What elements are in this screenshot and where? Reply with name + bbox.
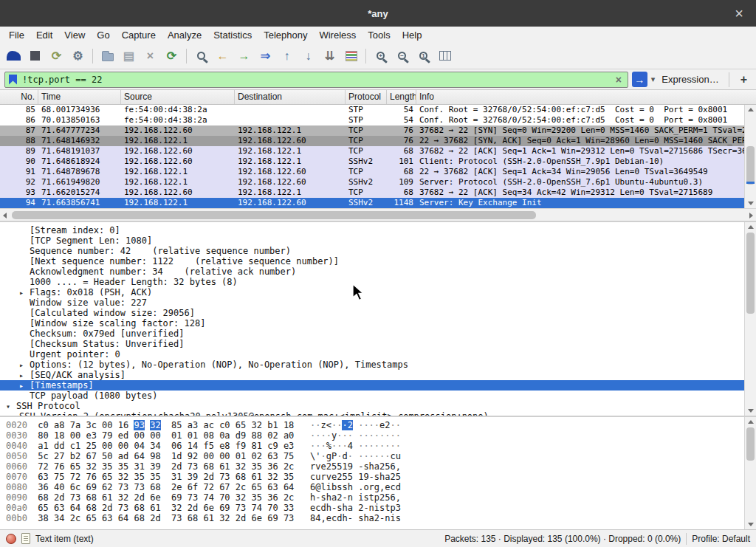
display-filter-input[interactable]: !tcp.port == 22 ×	[4, 72, 628, 88]
add-filter-button[interactable]: +	[736, 73, 752, 86]
column-header-destination[interactable]: Destination	[235, 90, 346, 104]
packet-list-hscroll-thumb[interactable]	[12, 211, 536, 219]
hex-scrollbar[interactable]	[744, 417, 756, 529]
detail-line[interactable]: TCP payload (1080 bytes)	[0, 391, 756, 401]
hex-row-00a0[interactable]: 00a0 65 63 64 68 2d 73 68 61 32 2d 6e 69…	[0, 503, 756, 513]
resize-columns-icon[interactable]	[435, 46, 455, 66]
hex-row-0090[interactable]: 0090 68 2d 73 68 61 32 2d 6e 69 73 74 70…	[0, 492, 756, 503]
detail-line[interactable]: SSH Version 2 (encryption:chacha20-poly1…	[0, 411, 756, 416]
collapse-arrow-icon[interactable]: ▾	[6, 402, 16, 411]
column-header-source[interactable]: Source	[121, 90, 235, 104]
hex-row-00b0[interactable]: 00b0 38 34 2c 65 63 64 68 2d 73 68 61 32…	[0, 513, 756, 523]
colorize-packets-icon[interactable]	[341, 46, 361, 66]
filter-clear-icon[interactable]: ×	[614, 74, 624, 86]
go-forward-icon[interactable]: →	[234, 46, 254, 66]
hex-row-0020[interactable]: 0020 c0 a8 7a 3c 00 16 93 32 85 a3 ac c0…	[0, 420, 756, 430]
detail-line[interactable]: ▸[SEQ/ACK analysis]	[0, 370, 756, 380]
packet-list-scrollbar[interactable]	[744, 105, 756, 208]
save-capture-file-icon[interactable]: ▤	[119, 46, 139, 66]
capture-comment-icon[interactable]	[21, 533, 30, 544]
menu-view[interactable]: View	[58, 30, 91, 41]
menu-tools[interactable]: Tools	[362, 30, 396, 41]
menu-telephony[interactable]: Telephony	[258, 30, 313, 41]
close-capture-file-icon[interactable]: ×	[140, 46, 160, 66]
auto-scroll-icon[interactable]: ⇊	[320, 46, 340, 66]
expert-info-icon[interactable]	[6, 534, 16, 544]
detail-line[interactable]: [Next sequence number: 1122 (relative se…	[0, 256, 756, 266]
menu-edit[interactable]: Edit	[30, 30, 58, 41]
restart-capture-icon[interactable]: ⟳	[47, 46, 66, 66]
scroll-down-icon[interactable]	[748, 409, 754, 413]
reload-capture-file-icon[interactable]: ⟳	[162, 46, 182, 66]
expand-arrow-icon[interactable]: ▸	[19, 381, 30, 391]
detail-line[interactable]: [TCP Segment Len: 1080]	[0, 235, 756, 246]
scroll-down-icon[interactable]	[748, 523, 754, 526]
packet-row-88[interactable]: 8871.648146932192.168.122.1192.168.122.6…	[0, 136, 756, 146]
scroll-right-icon[interactable]	[749, 213, 753, 219]
expand-arrow-icon[interactable]: ▸	[19, 288, 30, 297]
column-header-protocol[interactable]: Protocol	[346, 90, 387, 104]
filter-dropdown-icon[interactable]: ▾	[651, 75, 656, 84]
stop-capture-icon[interactable]	[25, 46, 45, 66]
packet-row-93[interactable]: 9371.662015274192.168.122.60192.168.122.…	[0, 188, 756, 198]
status-profile[interactable]: Profile: Default	[692, 534, 750, 544]
details-scrollbar[interactable]	[744, 222, 756, 416]
detail-line[interactable]: ▾SSH Protocol	[0, 401, 756, 411]
column-header-no[interactable]: No.	[0, 90, 38, 104]
menu-wireless[interactable]: Wireless	[313, 30, 362, 41]
hex-row-0080[interactable]: 0080 36 40 6c 69 62 73 73 68 2e 6f 72 67…	[0, 482, 756, 492]
find-packet-icon[interactable]	[191, 46, 211, 66]
titlebar[interactable]: *any ×	[0, 0, 756, 27]
details-scroll-thumb[interactable]	[746, 233, 755, 314]
detail-line[interactable]: [Window size scaling factor: 128]	[0, 318, 756, 328]
menu-file[interactable]: File	[3, 30, 30, 41]
menu-capture[interactable]: Capture	[116, 30, 162, 41]
menu-analyze[interactable]: Analyze	[162, 30, 207, 41]
packet-row-89[interactable]: 8971.648191037192.168.122.60192.168.122.…	[0, 146, 756, 156]
packet-list-hscrollbar[interactable]	[0, 208, 756, 221]
expand-arrow-icon[interactable]: ▸	[19, 371, 30, 380]
hex-row-0060[interactable]: 0060 72 76 65 32 35 35 31 39 2d 73 68 61…	[0, 461, 756, 472]
scroll-up-icon[interactable]	[748, 108, 754, 111]
filter-bookmark-icon[interactable]	[9, 75, 17, 85]
column-header-length[interactable]: Length	[387, 90, 416, 104]
detail-line[interactable]: Window size value: 227	[0, 297, 756, 308]
column-header-info[interactable]: Info	[416, 90, 756, 104]
column-header-time[interactable]: Time	[38, 90, 121, 104]
filter-text[interactable]: !tcp.port == 22	[22, 75, 614, 85]
detail-line[interactable]: Sequence number: 42 (relative sequence n…	[0, 246, 756, 256]
expand-arrow-icon[interactable]: ▸	[19, 360, 30, 370]
hex-scroll-thumb[interactable]	[746, 427, 755, 461]
open-capture-file-icon[interactable]	[97, 46, 117, 66]
detail-line[interactable]: ▸Flags: 0x018 (PSH, ACK)	[0, 287, 756, 297]
go-to-top-icon[interactable]: ↑	[277, 46, 297, 66]
packet-row-94[interactable]: 9471.663856741192.168.122.1192.168.122.6…	[0, 198, 756, 208]
expression-button[interactable]: Expression…	[659, 74, 721, 85]
capture-options-icon[interactable]: ⚙	[68, 46, 88, 66]
zoom-normal-icon[interactable]: 1	[413, 46, 433, 66]
detail-line[interactable]: [Calculated window size: 29056]	[0, 308, 756, 318]
packet-row-90[interactable]: 9071.648618924192.168.122.60192.168.122.…	[0, 156, 756, 167]
detail-line[interactable]: [Stream index: 0]	[0, 225, 756, 235]
detail-line[interactable]: ▸[Timestamps]	[0, 380, 756, 391]
start-capture-icon[interactable]	[4, 46, 24, 66]
hex-row-0040[interactable]: 0040 a1 dd c1 25 00 00 04 34 06 14 f5 e8…	[0, 441, 756, 451]
go-back-icon[interactable]: ←	[213, 46, 233, 66]
detail-line[interactable]: Acknowledgment number: 34 (relative ack …	[0, 266, 756, 277]
scroll-up-icon[interactable]	[748, 225, 754, 229]
packet-row-86[interactable]: 8670.013850163fe:54:00:d4:38:2aSTP54Conf…	[0, 115, 756, 125]
packet-list-scroll-thumb[interactable]	[746, 146, 755, 185]
detail-line[interactable]: 1000 .... = Header Length: 32 bytes (8)	[0, 277, 756, 287]
packet-row-85[interactable]: 8568.001734936fe:54:00:d4:38:2aSTP54Conf…	[0, 105, 756, 115]
scroll-up-icon[interactable]	[748, 420, 754, 424]
packet-row-87[interactable]: 8771.647777234192.168.122.60192.168.122.…	[0, 125, 756, 136]
packet-row-92[interactable]: 9271.661949820192.168.122.1192.168.122.6…	[0, 177, 756, 188]
filter-apply-icon[interactable]: →	[632, 72, 647, 87]
close-window-icon[interactable]: ×	[728, 0, 750, 27]
packet-row-91[interactable]: 9171.648789678192.168.122.1192.168.122.6…	[0, 167, 756, 177]
hex-row-0030[interactable]: 0030 80 18 00 e3 79 ed 00 00 01 01 08 0a…	[0, 430, 756, 441]
detail-line[interactable]: ▸Options: (12 bytes), No-Operation (NOP)…	[0, 359, 756, 370]
zoom-out-icon[interactable]: −	[392, 46, 412, 66]
menu-go[interactable]: Go	[91, 30, 115, 41]
go-to-packet-icon[interactable]: ⇒	[255, 46, 275, 66]
